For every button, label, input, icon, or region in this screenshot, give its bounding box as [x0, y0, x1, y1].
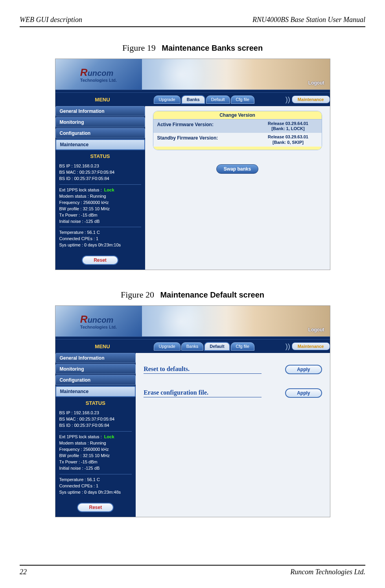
figure-19-caption: Figure 19 Maintenance Banks screen: [20, 43, 365, 53]
status-modem: Modem status : Running: [59, 193, 141, 200]
tab-banks[interactable]: Banks: [181, 342, 204, 351]
crumb-deco: )): [286, 342, 290, 351]
status-cpes: Connected CPEs : 1: [59, 483, 132, 489]
sidebar-item-monitoring[interactable]: Monitoring: [55, 364, 136, 374]
status-pps-label: Ext 1PPS lock status :: [59, 187, 102, 192]
menu-label: MENU: [55, 344, 150, 349]
standby-fw-release: Release 03.29.63.01: [259, 134, 318, 140]
tab-cfgfile[interactable]: Cfg file: [231, 342, 254, 351]
standby-fw-bank: [Bank: 0, SKIP]: [259, 140, 318, 145]
logo-sub: Technologies Ltd.: [80, 78, 117, 83]
status-noise: Initial noise : -125 dB: [59, 465, 132, 472]
logo-rest: uncom: [88, 69, 114, 77]
status-bw: BW profile : 32:15 10 MHz: [59, 453, 132, 459]
figure-19-number: Figure 19: [122, 43, 156, 53]
logo-letter: R: [80, 313, 88, 325]
reset-button[interactable]: Reset: [77, 503, 114, 512]
sidebar-item-maintenance[interactable]: Maintenance: [55, 386, 136, 397]
status-modem: Modem status : Running: [59, 440, 132, 447]
sidebar-item-general[interactable]: General Information: [55, 353, 136, 363]
logo-sub: Technologies Ltd.: [80, 325, 117, 329]
status-bs-id: BS ID : 00:25:37:F0:05:84: [59, 423, 132, 429]
active-fw-bank: [Bank: 1, LOCK]: [259, 126, 318, 131]
tab-default[interactable]: Default: [204, 342, 230, 351]
sidebar-item-configuration[interactable]: Configuration: [55, 128, 145, 138]
status-freq: Frequency : 2560000 kHz: [59, 447, 132, 453]
status-noise: Initial noise : -125 dB: [59, 219, 141, 225]
screenshot-default: Runcom Technologies Ltd. Logout MENU Upg…: [55, 305, 330, 517]
change-version-panel: Change Version Active Firmware Version: …: [153, 111, 322, 150]
status-uptime: Sys uptime : 0 days 0h:23m:10s: [59, 242, 141, 248]
tab-banks[interactable]: Banks: [181, 95, 205, 104]
crumb-deco: )): [286, 96, 290, 104]
erase-config-label: Erase configuration file.: [144, 389, 262, 397]
app-banner: Runcom Technologies Ltd. Logout: [55, 59, 330, 90]
logout-link[interactable]: Logout: [308, 80, 324, 86]
status-bs-id: BS ID : 00:25:37:F0:05:84: [59, 176, 141, 182]
menu-row: MENU Upgrade Banks Default Cfg file )) M…: [55, 340, 330, 353]
doc-header-right: RNU4000BS Base Station User Manual: [252, 16, 365, 24]
doc-header-left: WEB GUI description: [20, 16, 82, 24]
banner-image: Logout: [142, 59, 330, 90]
status-bw: BW profile : 32:15 10 MHz: [59, 206, 141, 212]
logo-area: Runcom Technologies Ltd.: [55, 59, 142, 90]
screenshot-banks: Runcom Technologies Ltd. Logout MENU Upg…: [55, 59, 330, 270]
status-bs-ip: BS IP : 192.168.0.23: [59, 410, 132, 416]
active-fw-release: Release 03.29.64.01: [259, 121, 318, 126]
status-cpes: Connected CPEs : 1: [59, 236, 141, 242]
swap-banks-button[interactable]: Swap banks: [216, 164, 258, 174]
status-temp: Temperature : 56.1 C: [59, 230, 141, 236]
app-banner: Runcom Technologies Ltd. Logout: [55, 306, 330, 336]
reset-button[interactable]: Reset: [82, 255, 118, 265]
sidebar: General Information Monitoring Configura…: [55, 106, 145, 270]
figure-20-number: Figure 20: [121, 290, 154, 300]
sidebar-item-general[interactable]: General Information: [55, 106, 145, 116]
status-freq: Frequency : 2560000 kHz: [59, 200, 141, 206]
figure-19-title: Maintenance Banks screen: [162, 44, 263, 52]
status-pps-value: Lock: [104, 434, 114, 439]
tab-default[interactable]: Default: [206, 96, 230, 104]
page-number: 22: [20, 568, 27, 576]
reset-defaults-label: Reset to defaults.: [144, 366, 262, 374]
sidebar-item-configuration[interactable]: Configuration: [55, 375, 136, 385]
banner-image: Logout: [142, 306, 330, 336]
status-block: BS IP : 192.168.0.23 BS MAC : 00:25:37:F…: [55, 161, 145, 252]
menu-row: MENU Upgrade Banks Default Cfg file )) M…: [55, 93, 330, 106]
logo-area: Runcom Technologies Ltd.: [55, 306, 142, 336]
status-tx: Tx Power : -15 dBm: [59, 459, 132, 465]
status-block: BS IP : 192.168.0.23 BS MAC : 00:25:37:F…: [55, 408, 136, 499]
crumb-maintenance: Maintenance: [292, 342, 330, 350]
status-bs-ip: BS IP : 192.168.0.23: [59, 163, 141, 169]
sidebar-item-monitoring[interactable]: Monitoring: [55, 117, 145, 127]
status-uptime: Sys uptime : 0 days 0h:23m:48s: [59, 489, 132, 496]
status-heading: STATUS: [55, 398, 136, 408]
status-bs-mac: BS MAC : 00:25:37:F0:05:84: [59, 416, 132, 423]
status-temp: Temperature : 56.1 C: [59, 477, 132, 483]
tab-upgrade[interactable]: Upgrade: [154, 96, 181, 104]
sidebar: General Information Monitoring Configura…: [55, 353, 136, 516]
logo-rest: uncom: [88, 316, 114, 324]
tab-cfgfile[interactable]: Cfg file: [231, 96, 254, 104]
logo-letter: R: [80, 66, 88, 78]
logout-link[interactable]: Logout: [308, 327, 324, 333]
crumb-maintenance: Maintenance: [292, 96, 330, 103]
active-fw-label: Active Firmware Version:: [153, 119, 255, 133]
status-bs-mac: BS MAC : 00:25:37:F0:05:84: [59, 169, 141, 176]
status-pps-value: Lock: [104, 187, 114, 192]
sidebar-item-maintenance[interactable]: Maintenance: [55, 139, 145, 150]
apply-erase-button[interactable]: Apply: [285, 388, 322, 398]
status-pps-label: Ext 1PPS lock status :: [59, 434, 102, 439]
figure-20-title: Maintenance Default screen: [160, 290, 264, 299]
apply-reset-button[interactable]: Apply: [285, 365, 322, 374]
figure-20-caption: Figure 20 Maintenance Default screen: [20, 290, 365, 300]
menu-label: MENU: [55, 97, 150, 103]
status-heading: STATUS: [55, 151, 145, 161]
tab-upgrade[interactable]: Upgrade: [154, 342, 181, 351]
standby-fw-label: Standby Firmware Version:: [153, 133, 255, 146]
status-tx: Tx Power : -15 dBm: [59, 212, 141, 219]
change-version-title: Change Version: [153, 111, 322, 119]
footer-company: Runcom Technologies Ltd.: [290, 568, 365, 576]
